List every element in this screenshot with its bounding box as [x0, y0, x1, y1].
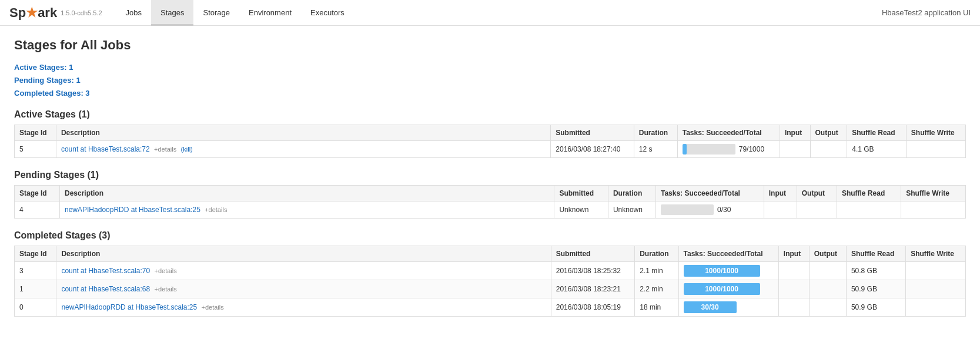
cell-submitted: 2016/03/08 18:23:21 [551, 280, 634, 298]
cell-description: newAPIHadoopRDD at HbaseTest.scala:25 +d… [56, 298, 551, 317]
spark-version: 1.5.0-cdh5.5.2 [61, 9, 102, 16]
cell-stage-id: 1 [15, 280, 56, 298]
col-output: Output [810, 125, 847, 141]
cell-submitted: 2016/03/08 18:25:32 [551, 262, 634, 280]
stage-description-link[interactable]: count at HbaseTest.scala:70 [61, 267, 150, 275]
col-submitted: Submitted [551, 125, 634, 141]
col-stage-id: Stage Id [15, 246, 56, 262]
col-stage-id: Stage Id [15, 186, 60, 201]
col-duration: Duration [608, 186, 655, 201]
nav-jobs[interactable]: Jobs [116, 0, 151, 26]
cell-tasks: 30/30 [678, 298, 778, 317]
completed-stages-table: Stage Id Description Submitted Duration … [14, 246, 966, 317]
cell-shuffle-read: 4.1 GB [847, 141, 907, 158]
cell-input [764, 201, 797, 219]
progress-container: 79/1000 [683, 144, 775, 155]
col-description: Description [56, 125, 550, 141]
cell-description: newAPIHadoopRDD at HbaseTest.scala:25 +d… [60, 201, 554, 219]
cell-input [778, 280, 809, 298]
cell-shuffle-write [906, 262, 966, 280]
completed-stages-link[interactable]: Completed Stages: 3 [14, 87, 966, 100]
cell-stage-id: 3 [15, 262, 56, 280]
cell-shuffle-read: 50.9 GB [846, 298, 905, 317]
cell-shuffle-write [906, 141, 965, 158]
pending-stages-section: Pending Stages (1) Stage Id Description … [14, 170, 966, 219]
col-input: Input [764, 186, 797, 201]
col-tasks: Tasks: Succeeded/Total [655, 186, 764, 201]
stage-description-link[interactable]: newAPIHadoopRDD at HbaseTest.scala:25 [61, 303, 197, 311]
col-output: Output [797, 186, 837, 201]
col-input: Input [780, 125, 810, 141]
progress-full: 30/30 [684, 301, 737, 313]
cell-description: count at HbaseTest.scala:68 +details [56, 280, 551, 298]
cell-shuffle-read [837, 201, 901, 219]
cell-shuffle-write [901, 201, 966, 219]
stage-description-link[interactable]: newAPIHadoopRDD at HbaseTest.scala:25 [65, 206, 200, 214]
progress-full: 1000/1000 [684, 265, 760, 277]
navbar-brand: Sp★ark 1.5.0-cdh5.5.2 [9, 5, 102, 21]
navbar-left: Sp★ark 1.5.0-cdh5.5.2 Jobs Stages Storag… [9, 0, 354, 26]
cell-duration: 12 s [634, 141, 677, 158]
col-shuffle-write: Shuffle Write [901, 186, 966, 201]
pending-stages-title: Pending Stages (1) [14, 170, 966, 180]
details-link[interactable]: +details [205, 206, 227, 213]
col-stage-id: Stage Id [15, 125, 56, 141]
nav-stages[interactable]: Stages [151, 0, 193, 26]
cell-tasks: 79/1000 [677, 141, 780, 158]
nav-environment[interactable]: Environment [239, 0, 301, 26]
progress-container: 0/30 [661, 204, 759, 215]
pending-stages-table: Stage Id Description Submitted Duration … [14, 185, 966, 219]
active-stages-table: Stage Id Description Submitted Duration … [14, 125, 966, 158]
cell-output [809, 280, 846, 298]
col-submitted: Submitted [551, 246, 634, 262]
completed-stages-title: Completed Stages (3) [14, 230, 966, 241]
cell-duration: 2.1 min [635, 262, 678, 280]
col-shuffle-write: Shuffle Write [906, 246, 966, 262]
cell-tasks: 0/30 [655, 201, 764, 219]
table-row: 1 count at HbaseTest.scala:68 +details 2… [15, 280, 966, 298]
stage-description-link[interactable]: count at HbaseTest.scala:72 [61, 145, 150, 153]
page-title: Stages for All Jobs [14, 38, 966, 53]
progress-full: 1000/1000 [684, 283, 760, 295]
details-link[interactable]: +details [202, 304, 224, 311]
table-row: 0 newAPIHadoopRDD at HbaseTest.scala:25 … [15, 298, 966, 317]
progress-label: 0/30 [717, 206, 731, 214]
col-shuffle-read: Shuffle Read [847, 125, 907, 141]
details-link[interactable]: +details [154, 267, 176, 274]
stage-description-link[interactable]: count at HbaseTest.scala:68 [61, 285, 150, 293]
cell-submitted: 2016/03/08 18:05:19 [551, 298, 634, 317]
cell-submitted: 2016/03/08 18:27:40 [551, 141, 634, 158]
cell-duration: Unknown [608, 201, 655, 219]
cell-submitted: Unknown [554, 201, 608, 219]
cell-tasks: 1000/1000 [678, 280, 778, 298]
table-row: 3 count at HbaseTest.scala:70 +details 2… [15, 262, 966, 280]
cell-description: count at HbaseTest.scala:70 +details [56, 262, 551, 280]
nav-storage[interactable]: Storage [193, 0, 239, 26]
cell-output [797, 201, 837, 219]
nav-executors[interactable]: Executors [301, 0, 354, 26]
cell-shuffle-read: 50.9 GB [846, 280, 905, 298]
cell-shuffle-write [906, 280, 966, 298]
completed-stages-body: 3 count at HbaseTest.scala:70 +details 2… [15, 262, 966, 317]
cell-stage-id: 5 [15, 141, 56, 158]
details-link[interactable]: +details [154, 146, 176, 153]
col-output: Output [809, 246, 846, 262]
spark-logo: Sp★ark [9, 5, 57, 21]
details-link[interactable]: +details [154, 286, 176, 293]
cell-duration: 2.2 min [635, 280, 678, 298]
pending-stages-header: Stage Id Description Submitted Duration … [15, 186, 966, 201]
completed-stages-section: Completed Stages (3) Stage Id Descriptio… [14, 230, 966, 317]
spark-flame-icon: ★ [26, 5, 38, 20]
pending-stages-link[interactable]: Pending Stages: 1 [14, 74, 966, 87]
cell-output [809, 262, 846, 280]
cell-description: count at HbaseTest.scala:72 +details (ki… [56, 141, 550, 158]
progress-bar-wrap [683, 144, 735, 155]
progress-label: 79/1000 [739, 145, 764, 153]
active-stages-link[interactable]: Active Stages: 1 [14, 61, 966, 74]
table-row: 5 count at HbaseTest.scala:72 +details (… [15, 141, 966, 158]
col-shuffle-read: Shuffle Read [837, 186, 901, 201]
nav-links: Jobs Stages Storage Environment Executor… [116, 0, 354, 26]
kill-link[interactable]: (kill) [181, 146, 193, 153]
col-tasks: Tasks: Succeeded/Total [678, 246, 778, 262]
cell-stage-id: 4 [15, 201, 60, 219]
